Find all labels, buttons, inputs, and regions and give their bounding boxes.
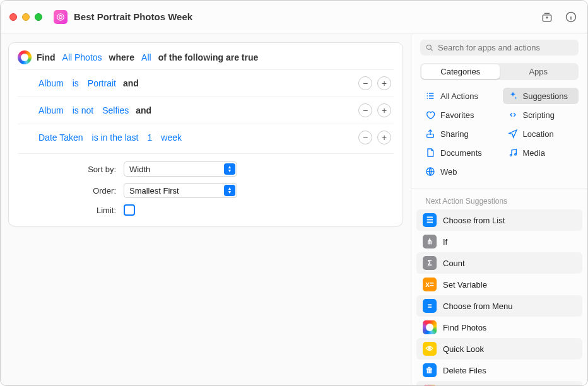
suggestion-set-variable[interactable]: x=Set Variable: [416, 274, 582, 295]
rule-field-token[interactable]: Album: [37, 78, 66, 89]
add-rule-button[interactable]: +: [377, 131, 391, 144]
location-icon: [508, 129, 518, 139]
search-field-wrap: [420, 40, 579, 56]
suggestions-heading: Next Action Suggestions: [411, 192, 587, 209]
remove-rule-button[interactable]: −: [358, 76, 372, 90]
app-window: Best Portrait Photos Week Find All Photo…: [0, 0, 588, 386]
photos-icon: [423, 320, 437, 334]
trash-icon: 🗑: [423, 363, 437, 377]
match-mode-token[interactable]: All: [139, 52, 153, 63]
divider: [411, 189, 587, 189]
match-tail-label: of the following are true: [158, 52, 259, 62]
var-icon: x=: [423, 278, 437, 291]
rule-operator-token[interactable]: is: [71, 78, 81, 89]
sort-by-label: Sort by:: [18, 165, 119, 174]
rule-value-token[interactable]: Selfies: [100, 105, 131, 116]
suggestion-label: Count: [443, 259, 465, 268]
rule-value-token[interactable]: 1: [146, 132, 155, 143]
svg-point-7: [510, 155, 512, 156]
category-label: Media: [523, 148, 545, 158]
category-label: All Actions: [440, 91, 478, 101]
list-icon: [425, 91, 435, 101]
find-label: Find: [37, 52, 56, 62]
sparkle-icon: [508, 91, 518, 101]
web-icon: [425, 167, 435, 177]
rule-field-token[interactable]: Date Taken: [37, 132, 85, 143]
suggestion-choose-from-list[interactable]: ☰Choose from List: [416, 209, 582, 231]
remove-rule-button[interactable]: −: [358, 131, 372, 144]
order-label: Order:: [18, 186, 119, 196]
tab-apps[interactable]: Apps: [500, 64, 578, 79]
action-library-sidebar: Categories Apps All ActionsSuggestionsFa…: [411, 33, 587, 386]
category-label: Web: [440, 167, 457, 177]
category-sharing[interactable]: Sharing: [420, 126, 497, 142]
suggestion-label: Delete Files: [443, 366, 486, 375]
rule-conjunction: and: [123, 78, 139, 88]
category-scripting[interactable]: Scripting: [503, 107, 579, 123]
ql-icon: 👁: [423, 342, 437, 356]
close-window-button[interactable]: [9, 13, 17, 21]
chevron-updown-icon: ▴▾: [224, 163, 235, 175]
order-value: Smallest First: [129, 186, 179, 196]
suggestion-label: Quick Look: [443, 344, 484, 354]
category-label: Scripting: [523, 110, 555, 120]
suggestion-choose-from-menu[interactable]: ≡Choose from Menu: [416, 295, 582, 317]
suggestion-count[interactable]: ΣCount: [416, 252, 582, 274]
doc-icon: [425, 148, 435, 158]
photos-icon: [18, 50, 32, 64]
suggestion-label: If: [443, 237, 447, 247]
suggestion-if[interactable]: ⋔If: [416, 231, 582, 252]
svg-point-1: [57, 13, 64, 20]
add-rule-button[interactable]: +: [377, 76, 391, 90]
media-icon: [508, 148, 518, 158]
suggestions-list: ☰Choose from List⋔IfΣCountx=Set Variable…: [411, 209, 587, 386]
shortcut-app-icon: [54, 10, 68, 24]
sort-by-select[interactable]: Width ▴▾: [124, 161, 237, 177]
category-web[interactable]: Web: [420, 163, 497, 180]
rule-field-token[interactable]: Album: [37, 105, 66, 116]
rule-value-token[interactable]: Portrait: [86, 78, 118, 89]
share-icon: [425, 129, 435, 139]
category-media[interactable]: Media: [503, 144, 579, 161]
fullscreen-window-button[interactable]: [35, 13, 42, 21]
suggestion-delete-files[interactable]: 🗑Delete Files: [416, 360, 582, 381]
library-button[interactable]: [541, 11, 553, 23]
workflow-canvas[interactable]: Find All Photos where All of the followi…: [1, 33, 411, 385]
suggestion-find-photos[interactable]: Find Photos: [416, 317, 582, 338]
count-icon: Σ: [423, 256, 437, 270]
suggestion-quick-look[interactable]: 👁Quick Look: [416, 338, 582, 360]
category-label: Location: [523, 129, 554, 139]
info-button[interactable]: [565, 11, 577, 23]
suggestion-delete-photos[interactable]: Delete Photos: [416, 381, 582, 386]
heart-icon: [425, 110, 435, 120]
suggestion-label: Choose from List: [443, 216, 505, 225]
window-controls: [9, 13, 42, 21]
rule-unit-token[interactable]: week: [159, 132, 184, 143]
where-label: where: [109, 52, 134, 62]
suggestion-label: Choose from Menu: [443, 301, 513, 311]
suggestion-label: Set Variable: [443, 280, 487, 290]
category-location[interactable]: Location: [503, 126, 579, 142]
tab-categories[interactable]: Categories: [421, 64, 500, 79]
categories-grid: All ActionsSuggestionsFavoritesScripting…: [411, 86, 587, 186]
find-photos-action[interactable]: Find All Photos where All of the followi…: [8, 42, 403, 226]
category-label: Suggestions: [523, 91, 568, 101]
svg-point-0: [59, 15, 62, 18]
sort-by-value: Width: [129, 165, 150, 174]
sidebar-toolbar: [411, 1, 587, 33]
source-token[interactable]: All Photos: [61, 52, 104, 63]
filter-rule-row: Albumis notSelfiesand−+: [18, 96, 394, 124]
order-select[interactable]: Smallest First ▴▾: [124, 183, 237, 198]
minimize-window-button[interactable]: [22, 13, 30, 21]
limit-checkbox[interactable]: [124, 204, 135, 216]
rule-operator-token[interactable]: is in the last: [90, 132, 141, 143]
remove-rule-button[interactable]: −: [358, 103, 372, 117]
search-input[interactable]: [438, 43, 573, 52]
add-rule-button[interactable]: +: [377, 103, 391, 117]
category-suggestions[interactable]: Suggestions: [503, 88, 579, 104]
filter-rule-row: Date Takenis in the last1week−+: [18, 124, 394, 151]
rule-operator-token[interactable]: is not: [71, 105, 95, 116]
category-favorites[interactable]: Favorites: [420, 107, 497, 123]
category-all-actions[interactable]: All Actions: [420, 88, 497, 104]
category-documents[interactable]: Documents: [420, 144, 497, 161]
